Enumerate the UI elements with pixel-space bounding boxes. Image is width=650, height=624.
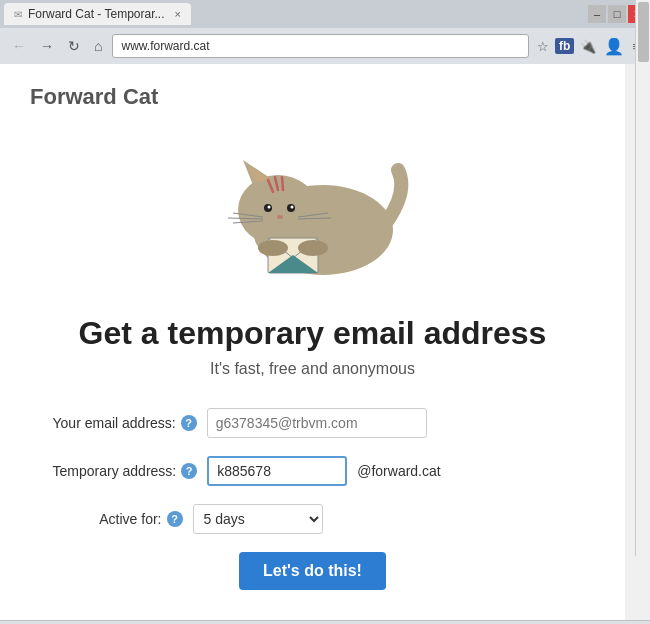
email-label: Your email address: ? — [53, 415, 197, 431]
cat-illustration — [213, 130, 413, 290]
url-text: www.forward.cat — [121, 39, 209, 53]
temp-help-icon[interactable]: ? — [181, 463, 197, 479]
browser-tab[interactable]: ✉ Forward Cat - Temporar... × — [4, 3, 191, 25]
active-row: Active for: ? 1 day 2 days 3 days 5 days… — [53, 504, 573, 534]
temp-address-input[interactable] — [207, 456, 347, 486]
refresh-button[interactable]: ↻ — [64, 36, 84, 56]
forward-button[interactable]: → — [36, 36, 58, 56]
browser-window: ✉ Forward Cat - Temporar... × – □ ✕ ← → … — [0, 0, 650, 624]
at-domain-text: @forward.cat — [357, 463, 440, 479]
svg-point-10 — [290, 206, 293, 209]
sub-heading: It's fast, free and anonymous — [0, 360, 625, 378]
active-select[interactable]: 1 day 2 days 3 days 5 days 7 days 14 day… — [193, 504, 323, 534]
active-help-icon[interactable]: ? — [167, 511, 183, 527]
scrollbar[interactable] — [635, 0, 650, 556]
title-bar: ✉ Forward Cat - Temporar... × – □ ✕ — [0, 0, 650, 28]
navigation-bar: ← → ↻ ⌂ www.forward.cat ☆ fb 🔌 👤 ≡ — [0, 28, 650, 64]
svg-point-11 — [277, 215, 283, 219]
email-input[interactable] — [207, 408, 427, 438]
form-section: Your email address: ? Temporary address:… — [33, 408, 593, 620]
svg-point-22 — [298, 240, 328, 256]
submit-button[interactable]: Let's do this! — [239, 552, 386, 590]
main-heading: Get a temporary email address — [0, 315, 625, 352]
hero-image — [0, 120, 625, 295]
temp-label: Temporary address: ? — [53, 463, 198, 479]
tab-close-button[interactable]: × — [175, 8, 181, 20]
facebook-icon[interactable]: fb — [555, 38, 574, 54]
site-header: Forward Cat — [0, 64, 625, 120]
back-button[interactable]: ← — [8, 36, 30, 56]
status-bar — [0, 620, 650, 624]
svg-point-9 — [267, 206, 270, 209]
browser-body: Forward Cat — [0, 64, 650, 620]
maximize-button[interactable]: □ — [608, 5, 626, 23]
address-bar[interactable]: www.forward.cat — [112, 34, 529, 58]
bookmark-icon[interactable]: ☆ — [535, 37, 551, 56]
active-label: Active for: ? — [53, 511, 183, 527]
scrollbar-thumb[interactable] — [638, 2, 649, 62]
tab-favicon: ✉ — [14, 9, 22, 20]
page-content: Forward Cat — [0, 64, 625, 620]
tab-title: Forward Cat - Temporar... — [28, 7, 165, 21]
browser-nav-icons: ☆ fb 🔌 👤 ≡ — [535, 35, 642, 58]
svg-line-6 — [282, 177, 283, 190]
profile-icon[interactable]: 👤 — [602, 35, 626, 58]
svg-point-21 — [258, 240, 288, 256]
temp-address-row: Temporary address: ? @forward.cat — [53, 456, 573, 486]
submit-row: Let's do this! — [53, 552, 573, 610]
minimize-button[interactable]: – — [588, 5, 606, 23]
home-button[interactable]: ⌂ — [90, 36, 106, 56]
extension-icon[interactable]: 🔌 — [578, 37, 598, 56]
email-row: Your email address: ? — [53, 408, 573, 438]
email-help-icon[interactable]: ? — [181, 415, 197, 431]
